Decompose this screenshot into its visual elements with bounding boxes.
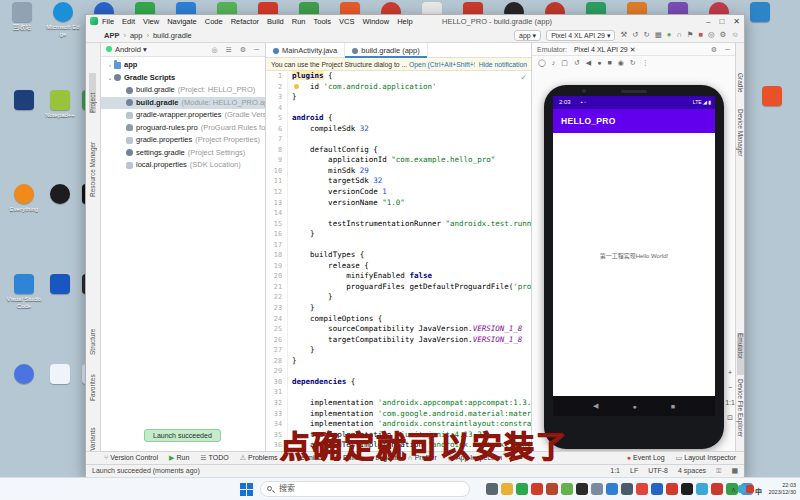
menu-item-build[interactable]: Build — [267, 17, 284, 26]
close-button[interactable]: ✕ — [733, 15, 740, 28]
camera-icon[interactable]: ◉ — [618, 59, 624, 67]
power-icon[interactable]: ◯ — [538, 59, 546, 67]
status-widget[interactable]: 4 spaces — [678, 465, 706, 477]
build-hammer-icon[interactable]: ⚒ — [620, 28, 627, 42]
overview-icon[interactable]: ■ — [607, 59, 611, 66]
emulator-tab[interactable]: Pixel 4 XL API 29 ✕ — [574, 46, 636, 53]
tree-item[interactable]: build.gradle(Project: HELLO_PRO) — [101, 84, 265, 97]
code-area[interactable]: 1plugins {2 id 'com.android.application'… — [266, 71, 531, 451]
tree-item[interactable]: local.properties(SDK Location) — [101, 159, 265, 172]
breadcrumb-item[interactable]: APP — [104, 31, 119, 40]
phone-home-button[interactable]: ● — [632, 403, 636, 410]
maximize-button[interactable]: □ — [719, 15, 724, 28]
search-everywhere-icon[interactable]: ◎ — [708, 28, 715, 42]
taskbar-app-icon[interactable] — [516, 483, 528, 495]
tool-stripe-tab-device-manager[interactable]: Device Manager — [737, 109, 744, 179]
tree-item[interactable]: ›app — [101, 59, 265, 72]
taskbar-app-icon[interactable] — [546, 483, 558, 495]
tool-window-button-todo[interactable]: ☰TODO — [200, 452, 228, 464]
desktop-icon[interactable]: 回收站 — [4, 2, 40, 31]
desktop-icon[interactable] — [42, 274, 78, 296]
taskbar-app-icon[interactable] — [696, 483, 708, 495]
tool-stripe-tab-gradle[interactable]: Gradle — [737, 73, 744, 105]
taskbar-app-icon[interactable] — [651, 483, 663, 495]
sync-project-icon[interactable]: ↺ — [632, 28, 638, 42]
project-panel-icons[interactable]: ◎ ☰ ⚙ ─ — [212, 43, 262, 57]
run-icon[interactable]: ● — [667, 28, 672, 42]
menu-item-edit[interactable]: Edit — [122, 17, 135, 26]
tray-chevron-icon[interactable]: ∧ — [731, 486, 736, 494]
attach-debugger-icon[interactable]: ↻ — [643, 28, 649, 42]
menu-item-refactor[interactable]: Refactor — [231, 17, 259, 26]
open-link[interactable]: Open (Ctrl+Alt+Shift+S) — [409, 61, 481, 68]
breadcrumb-item[interactable]: app — [130, 31, 143, 40]
tool-stripe-tab-emulator[interactable]: Emulator — [737, 333, 744, 375]
tree-item[interactable]: ⌄Gradle Scripts — [101, 72, 265, 85]
taskbar-app-icon[interactable] — [666, 483, 678, 495]
home-icon[interactable]: ● — [597, 59, 601, 66]
taskbar-app-icon[interactable] — [576, 483, 588, 495]
snapshot-icon[interactable]: ↻ — [630, 59, 636, 67]
tool-stripe-tab-project[interactable]: Project — [89, 73, 96, 113]
desktop-icon[interactable]: Microsoft Edge — [45, 2, 81, 38]
tool-window-button-event-log[interactable]: ●Event Log — [627, 452, 665, 464]
taskbar-app-icon[interactable] — [591, 483, 603, 495]
editor[interactable]: MainActivity.javabuild.gradle (app) You … — [266, 43, 531, 451]
more-icon[interactable]: ⋮ — [642, 59, 649, 67]
run-config-dropdown[interactable]: app ▾ — [514, 30, 541, 41]
profile-app-icon[interactable]: ∩ — [676, 28, 681, 42]
apply-changes-icon[interactable]: ⚑ — [687, 28, 694, 42]
stop-icon[interactable]: ■ — [699, 28, 704, 42]
minimize-button[interactable]: – — [706, 15, 710, 28]
status-widget[interactable]: LF — [630, 465, 638, 477]
tool-stripe-tab-structure[interactable]: Structure — [89, 311, 96, 355]
rotate-icon[interactable]: ▢ — [561, 59, 568, 67]
menu-item-window[interactable]: Window — [362, 17, 389, 26]
editor-tab[interactable]: build.gradle (app) — [345, 43, 427, 58]
tree-item[interactable]: build.gradle(Module: HELLO_PRO.app) — [101, 97, 265, 110]
project-view-mode[interactable]: Android ▾ — [115, 45, 147, 54]
tool-stripe-tab-favorites[interactable]: Favorites — [89, 359, 96, 401]
desktop-icon[interactable] — [42, 184, 78, 206]
settings-gear-icon[interactable]: ⚙ — [720, 28, 727, 42]
menu-item-navigate[interactable]: Navigate — [167, 17, 197, 26]
rotate-left-icon[interactable]: ↺ — [574, 59, 580, 67]
desktop-icon[interactable] — [742, 2, 778, 24]
taskbar-app-icon[interactable] — [501, 483, 513, 495]
project-panel-header[interactable]: Android ▾ ◎ ☰ ⚙ ─ — [101, 43, 265, 57]
hide-notification-link[interactable]: Hide notification — [475, 58, 527, 71]
taskbar-app-icon[interactable] — [636, 483, 648, 495]
volume-icon[interactable]: ♪ — [552, 59, 556, 66]
taskbar-app-icon[interactable] — [531, 483, 543, 495]
menu-item-help[interactable]: Help — [397, 17, 412, 26]
start-button[interactable] — [240, 483, 253, 496]
tree-item[interactable]: gradle.properties(Project Properties) — [101, 134, 265, 147]
taskbar-app-icon[interactable] — [621, 483, 633, 495]
tree-item[interactable]: proguard-rules.pro(ProGuard Rules for HE… — [101, 122, 265, 135]
emulator-header-icons[interactable]: ⚙ ─ — [711, 43, 733, 56]
desktop-icon-right[interactable] — [754, 86, 790, 108]
tool-window-button-problems[interactable]: ⚠Problems — [240, 452, 278, 464]
status-widget[interactable]: ⚿ — [716, 465, 721, 477]
menu-item-file[interactable]: File — [102, 17, 114, 26]
taskbar-app-icon[interactable] — [561, 483, 573, 495]
desktop-icon[interactable]: Visual Studio Code — [6, 274, 42, 310]
intention-bulb-icon[interactable] — [294, 84, 299, 89]
taskbar-app-icon[interactable] — [681, 483, 693, 495]
desktop-icon[interactable]: Everything — [6, 184, 42, 213]
editor-tab[interactable]: MainActivity.java — [266, 43, 345, 58]
status-widget[interactable]: ▦ — [731, 465, 738, 477]
menu-item-vcs[interactable]: VCS — [339, 17, 354, 26]
desktop-icon[interactable] — [6, 90, 42, 112]
phone-overview-button[interactable]: ■ — [671, 403, 675, 410]
desktop-icon[interactable]: Notepad++ — [42, 90, 78, 119]
phone-back-button[interactable]: ◀ — [593, 402, 598, 410]
profiler-grid-icon[interactable]: ▦ — [655, 28, 662, 42]
taskbar-app-icon[interactable] — [486, 483, 498, 495]
tray-app-icon[interactable] — [746, 485, 754, 493]
tree-item[interactable]: settings.gradle(Project Settings) — [101, 147, 265, 160]
desktop-icon[interactable] — [6, 364, 42, 386]
desktop-icon[interactable] — [42, 364, 78, 386]
tool-stripe-tab-resource-manager[interactable]: Resource Manager — [89, 119, 96, 197]
menu-item-tools[interactable]: Tools — [314, 17, 332, 26]
